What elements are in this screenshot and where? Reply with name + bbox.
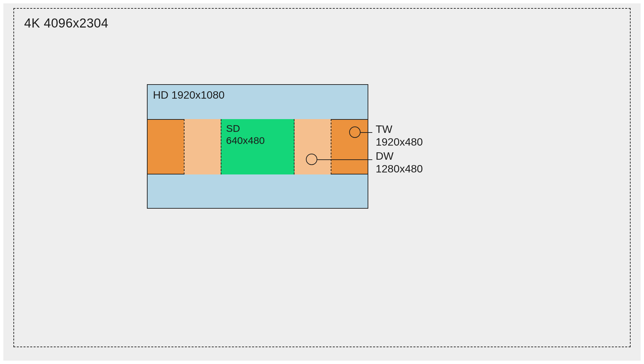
box-4k: 4K 4096x2304 HD 1920x1080 SD 640x480 TW … [13, 8, 631, 347]
label-tw-line2: 1920x480 [376, 136, 423, 148]
callout-line-dw [317, 159, 372, 160]
box-sd: SD 640x480 [221, 119, 294, 174]
callout-marker-dw [306, 154, 317, 165]
label-hd: HD 1920x1080 [153, 89, 224, 101]
label-tw-line1: TW [376, 123, 392, 135]
label-4k: 4K 4096x2304 [24, 16, 108, 31]
diagram-canvas: 4K 4096x2304 HD 1920x1080 SD 640x480 TW … [3, 3, 641, 361]
label-dw-line2: 1280x480 [376, 163, 423, 175]
label-dw-line1: DW [376, 150, 393, 162]
label-sd: SD 640x480 [226, 122, 265, 147]
label-sd-line2: 640x480 [226, 135, 265, 146]
callout-line-tw [361, 132, 372, 133]
label-sd-line1: SD [226, 123, 240, 134]
label-tw: TW 1920x480 [376, 123, 423, 149]
callout-marker-tw [349, 126, 361, 138]
label-dw: DW 1280x480 [376, 150, 423, 175]
